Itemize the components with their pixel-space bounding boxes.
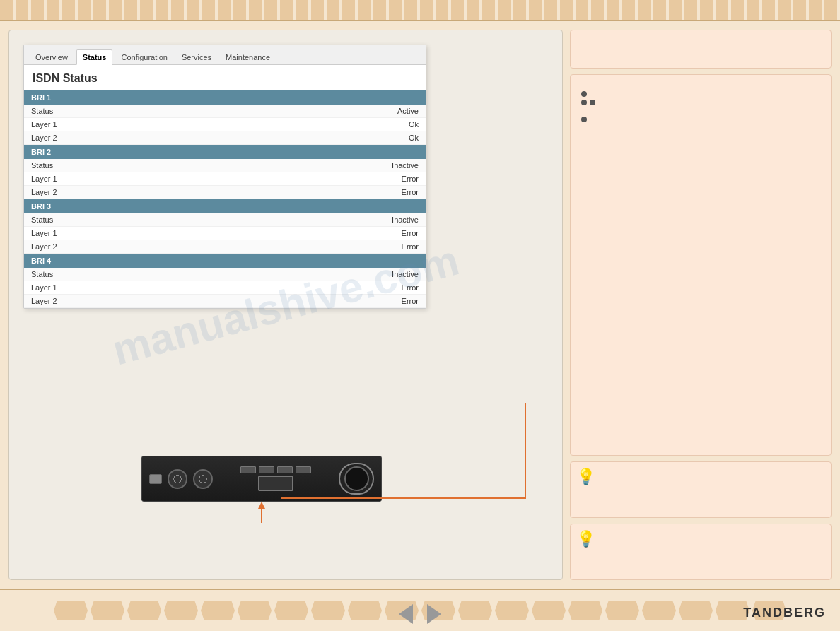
prev-button[interactable] xyxy=(399,604,413,624)
right-middle-box xyxy=(570,74,832,456)
bri-2-layer2-value: Error xyxy=(402,188,419,196)
port-small-1 xyxy=(240,466,256,473)
page-title: ISDN Status xyxy=(24,65,426,90)
hex-13 xyxy=(495,601,529,620)
bri-1-layer2-value: Ok xyxy=(409,134,419,142)
bri-2-row-layer1: Layer 1 Error xyxy=(24,172,426,186)
bullet-icon-1 xyxy=(581,91,587,97)
hex-7 xyxy=(274,601,308,620)
tab-maintenance[interactable]: Maintenance xyxy=(220,50,276,64)
hex-14 xyxy=(532,601,566,620)
brand-logo: TANDBERG xyxy=(743,606,826,620)
bri-4-row-status: Status Inactive xyxy=(24,268,426,281)
top-border xyxy=(0,0,840,21)
hex-12 xyxy=(458,601,492,620)
device-container xyxy=(141,456,382,523)
isdn-panel: Overview Status Configuration Services M… xyxy=(23,45,426,309)
middle-ports xyxy=(218,466,333,491)
bullet-row-2 xyxy=(581,100,820,105)
tab-status[interactable]: Status xyxy=(76,49,113,65)
lightbulb-icon-1: 💡 xyxy=(576,468,595,486)
lightbulb-icon-2: 💡 xyxy=(576,530,595,548)
bri-2-layer2-label: Layer 2 xyxy=(31,188,57,196)
svg-marker-1 xyxy=(258,502,265,509)
power-connector xyxy=(339,463,374,495)
bri-4-layer2-label: Layer 2 xyxy=(31,297,57,305)
upward-arrow-icon xyxy=(255,502,269,523)
bri-3-status-label: Status xyxy=(31,216,53,224)
hex-15 xyxy=(568,601,602,620)
bri-3-layer1-label: Layer 1 xyxy=(31,229,57,237)
bri-section-1: BRI 1 Status Active Layer 1 Ok Layer 2 O… xyxy=(24,90,426,145)
bri-3-layer2-value: Error xyxy=(402,242,419,251)
tab-configuration[interactable]: Configuration xyxy=(115,50,173,64)
main-content: Overview Status Configuration Services M… xyxy=(0,21,840,589)
next-button[interactable] xyxy=(427,604,441,624)
left-panel: Overview Status Configuration Services M… xyxy=(8,30,563,580)
hex-6 xyxy=(238,601,272,620)
port-small-2 xyxy=(259,466,274,473)
tab-bar: Overview Status Configuration Services M… xyxy=(24,45,426,65)
hex-1 xyxy=(54,601,88,620)
hex-4 xyxy=(164,601,198,620)
bri-3-status-value: Inactive xyxy=(392,216,419,224)
bri-4-layer1-value: Error xyxy=(402,283,419,292)
bri-2-status-label: Status xyxy=(31,161,53,170)
hex-3 xyxy=(127,601,161,620)
bri-1-row-layer2: Layer 2 Ok xyxy=(24,131,426,145)
tab-overview[interactable]: Overview xyxy=(30,50,74,64)
right-top-box xyxy=(570,30,832,69)
bri-2-row-status: Status Inactive xyxy=(24,159,426,172)
hex-2 xyxy=(91,601,124,620)
bri-4-layer1-label: Layer 1 xyxy=(31,283,57,292)
bullet-icon-3 xyxy=(590,100,595,105)
bri-2-row-layer2: Layer 2 Error xyxy=(24,186,426,199)
bullet-icon-2 xyxy=(581,100,587,105)
bri-1-status-value: Active xyxy=(397,107,419,115)
hex-18 xyxy=(679,601,713,620)
bri-3-header: BRI 3 xyxy=(24,199,426,213)
bri-1-row-status: Status Active xyxy=(24,105,426,118)
bri-2-layer1-value: Error xyxy=(402,175,419,183)
bullet-row-3 xyxy=(581,117,820,122)
bri-2-status-value: Inactive xyxy=(392,161,419,170)
bri-2-layer1-label: Layer 1 xyxy=(31,175,57,183)
right-panel: 💡 💡 xyxy=(570,30,832,580)
hex-17 xyxy=(642,601,676,620)
bri-3-layer2-label: Layer 2 xyxy=(31,242,57,251)
bullet-group-1 xyxy=(581,91,820,105)
bri-section-3: BRI 3 Status Inactive Layer 1 Error Laye… xyxy=(24,199,426,254)
bri-1-header: BRI 1 xyxy=(24,90,426,105)
vga-port xyxy=(149,474,162,484)
nav-arrows xyxy=(399,604,441,624)
port-row-1 xyxy=(240,466,311,473)
bri-3-row-layer1: Layer 1 Error xyxy=(24,227,426,240)
bottom-bar: TANDBERG xyxy=(0,589,840,631)
hex-9 xyxy=(348,601,382,620)
port-large xyxy=(258,476,293,491)
bullet-icon-4 xyxy=(581,117,587,122)
bullet-group-2 xyxy=(581,117,820,122)
bullet-row-1 xyxy=(581,91,820,97)
bri-4-header: BRI 4 xyxy=(24,254,426,268)
bri-4-row-layer1: Layer 1 Error xyxy=(24,281,426,295)
bri-1-layer1-value: Ok xyxy=(409,120,419,129)
hex-8 xyxy=(311,601,345,620)
bri-3-layer1-value: Error xyxy=(402,229,419,237)
bri-1-status-label: Status xyxy=(31,107,53,115)
port-small-3 xyxy=(277,466,293,473)
right-tip-box-2: 💡 xyxy=(570,524,832,580)
bri-2-header: BRI 2 xyxy=(24,145,426,159)
bri-4-row-layer2: Layer 2 Error xyxy=(24,295,426,308)
bri-section-4: BRI 4 Status Inactive Layer 1 Error Laye… xyxy=(24,254,426,308)
rack-unit-device xyxy=(141,456,382,502)
hex-16 xyxy=(605,601,639,620)
bri-1-layer1-label: Layer 1 xyxy=(31,120,57,129)
tab-services[interactable]: Services xyxy=(176,50,217,64)
fan-1 xyxy=(168,469,187,489)
bri-1-row-layer1: Layer 1 Ok xyxy=(24,118,426,131)
hex-5 xyxy=(201,601,235,620)
bri-3-row-status: Status Inactive xyxy=(24,213,426,227)
bri-4-status-value: Inactive xyxy=(392,270,419,278)
port-small-4 xyxy=(296,466,311,473)
